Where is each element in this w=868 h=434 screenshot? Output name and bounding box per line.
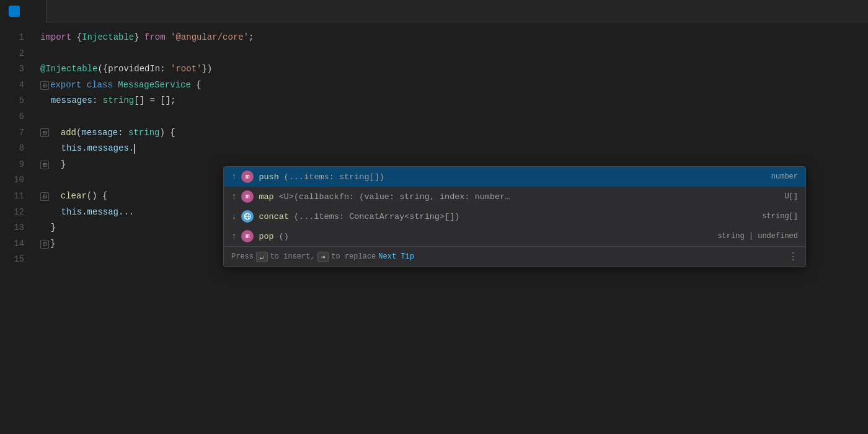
token-kw-from: from: [144, 30, 170, 46]
up-arrow-icon: ↑: [231, 172, 236, 182]
token-kw-import: import: [40, 30, 77, 46]
tab-bar: [0, 0, 868, 22]
code-line-6: [34, 109, 868, 125]
token-kw-export: export: [50, 78, 87, 94]
code-line-4: ⊟export class MessageService {: [34, 78, 868, 94]
ac-signature-push: (...items: string[]): [284, 172, 384, 182]
ac-type-icon-concat: [241, 210, 254, 223]
token-string-val: 'root': [170, 61, 202, 78]
token-fn-name: add: [50, 125, 76, 141]
line-number-2: 2: [0, 46, 24, 62]
line-number-3: 3: [0, 61, 24, 78]
line-number-12: 12: [0, 205, 24, 221]
token-punctuation: {: [196, 78, 201, 94]
ac-footer: Press ↵ to insert, ⇥ to replace Next Tip…: [224, 246, 805, 267]
line-number-13: 13: [0, 220, 24, 236]
file-tab[interactable]: [0, 0, 46, 22]
token-string-val: '@angular/core': [170, 30, 249, 46]
token-punctuation: ;: [249, 30, 254, 46]
token-fn-name: clear: [50, 188, 87, 205]
line-number-10: 10: [0, 172, 24, 188]
ts-icon: [9, 6, 20, 17]
token-type-name: string: [128, 125, 159, 141]
line-number-8: 8: [0, 141, 24, 157]
insert-text: to insert,: [270, 252, 315, 261]
up-arrow-icon: ↑: [231, 192, 236, 202]
code-line-3: @Injectable({providedIn: 'root'}): [34, 61, 868, 78]
autocomplete-dropdown: ↑mpush(...items: string[])number↑mmap<U>…: [223, 166, 806, 267]
ac-item-concat[interactable]: ↓concat(...items: ConcatArray<string>[])…: [224, 206, 805, 226]
token-punctuation: {: [77, 30, 82, 46]
token-property: this.messag: [40, 205, 118, 221]
ac-name-concat: concat: [259, 212, 289, 221]
token-punctuation: ) {: [159, 125, 175, 141]
ac-type-icon-push: m: [241, 170, 254, 183]
press-label: Press: [231, 252, 254, 261]
token-punctuation: (: [76, 125, 81, 141]
token-punctuation: }: [50, 157, 66, 173]
code-line-8: this.messages.: [34, 141, 868, 157]
code-line-5: messages: string[] = [];: [34, 93, 868, 109]
token-punctuation: ({providedIn:: [97, 61, 170, 78]
ac-return-type-push: number: [759, 172, 798, 181]
fold-icon[interactable]: ⊟: [40, 81, 49, 90]
ac-name-map: map: [259, 192, 273, 202]
ac-return-type-concat: string[]: [750, 212, 798, 221]
ac-signature-pop: (): [279, 232, 289, 241]
token-punctuation: :: [92, 93, 103, 109]
token-punctuation: :: [118, 125, 128, 141]
editor-area: 123456789101112131415 import {Injectable…: [0, 22, 868, 434]
token-punctuation: () {: [87, 188, 108, 205]
line-number-4: 4: [0, 78, 24, 94]
code-line-1: import {Injectable} from '@angular/core'…: [34, 30, 868, 46]
token-punctuation: ...: [118, 205, 134, 221]
tab-key-label: ⇥: [317, 252, 329, 262]
token-class-name: MessageService: [118, 78, 196, 94]
token-punctuation: }: [50, 236, 55, 252]
line-number-1: 1: [0, 30, 24, 46]
ac-type-icon-map: m: [241, 190, 254, 203]
fold-icon[interactable]: ⊟: [40, 128, 49, 137]
token-decorator: Injectable: [82, 30, 134, 46]
token-decorator: @Injectable: [40, 61, 97, 78]
ac-item-pop[interactable]: ↑mpop()string | undefined: [224, 226, 805, 246]
text-cursor: [134, 144, 135, 154]
line-number-5: 5: [0, 93, 24, 109]
next-tip-button[interactable]: Next Tip: [378, 252, 414, 261]
code-line-2: [34, 46, 868, 62]
token-punctuation: }): [202, 61, 212, 78]
ac-name-push: push: [259, 172, 278, 182]
token-property: messages: [40, 93, 92, 109]
fold-icon[interactable]: ⊟: [40, 240, 49, 249]
fold-icon[interactable]: ⊟: [40, 161, 49, 169]
fold-icon[interactable]: ⊟: [40, 192, 49, 201]
line-number-15: 15: [0, 252, 24, 268]
code-line-7: ⊟ add(message: string) {: [34, 125, 868, 141]
up-arrow-icon: ↑: [231, 231, 236, 241]
ac-name-pop: pop: [259, 232, 273, 241]
ac-signature-concat: (...items: ConcatArray<string>[]): [294, 212, 459, 221]
ac-item-push[interactable]: ↑mpush(...items: string[])number: [224, 167, 805, 187]
enter-key-label: ↵: [256, 252, 268, 262]
line-numbers: 123456789101112131415: [0, 22, 34, 434]
tab-close-button[interactable]: [27, 6, 37, 16]
ac-return-type-map: U[]: [772, 192, 798, 201]
ac-return-type-pop: string | undefined: [705, 232, 798, 241]
token-param: message: [81, 125, 118, 141]
line-number-14: 14: [0, 236, 24, 252]
more-options-button[interactable]: ⋮: [788, 250, 798, 263]
token-punctuation: [] = [];: [134, 93, 175, 109]
token-property: this.messages.: [40, 141, 134, 157]
ac-signature-map: <U>(callbackfn: (value: string, index: n…: [279, 192, 510, 202]
token-punctuation: }: [134, 30, 144, 46]
ac-type-icon-pop: m: [241, 230, 254, 242]
line-number-9: 9: [0, 157, 24, 173]
down-arrow-icon: ↓: [231, 211, 236, 221]
line-number-6: 6: [0, 109, 24, 125]
token-punctuation: }: [40, 220, 56, 236]
token-kw-class: class: [87, 78, 118, 94]
token-type-name: string: [103, 93, 134, 109]
ac-item-map[interactable]: ↑mmap<U>(callbackfn: (value: string, ind…: [224, 187, 805, 206]
line-number-11: 11: [0, 188, 24, 205]
replace-text: to replace: [331, 252, 376, 261]
